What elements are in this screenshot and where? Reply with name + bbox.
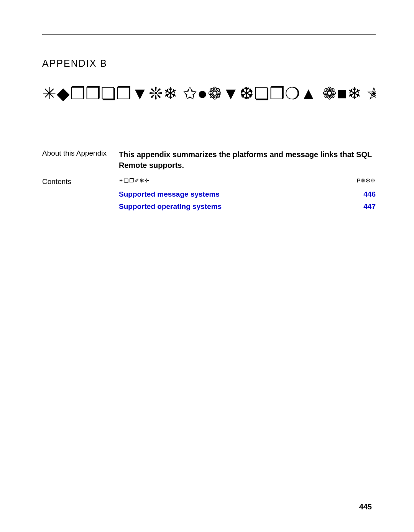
toc-header-title: ✴❏❐✐❃✛	[119, 177, 336, 186]
appendix-label: APPENDIX B	[42, 58, 376, 69]
toc-link[interactable]: Supported message systems	[119, 186, 336, 199]
about-text: This appendix summarizes the platforms a…	[119, 149, 376, 171]
contents-body: ✴❏❐✐❃✛ P❁❇❊ Supported message systems 44…	[119, 177, 376, 211]
page-container: APPENDIX B ✳◆❒❒❏❒▼❊❄ ✩●❁▼❆❏❒❍▲ ❁■❄ ✭❊▲▲❁…	[0, 0, 414, 237]
contents-label: Contents	[42, 177, 119, 186]
contents-row: Contents ✴❏❐✐❃✛ P❁❇❊ Supported message s…	[42, 177, 376, 211]
toc-link[interactable]: Supported operating systems	[119, 199, 336, 211]
about-label: About this Appendix	[42, 149, 119, 158]
toc-page-link[interactable]: 447	[336, 199, 376, 211]
about-row: About this Appendix This appendix summar…	[42, 149, 376, 171]
toc-table: ✴❏❐✐❃✛ P❁❇❊ Supported message systems 44…	[119, 177, 376, 211]
top-divider	[42, 34, 376, 35]
appendix-title: ✳◆❒❒❏❒▼❊❄ ✩●❁▼❆❏❒❍▲ ❁■❄ ✭❊▲▲❁❇	[42, 84, 376, 103]
toc-row: Supported message systems 446	[119, 186, 376, 199]
toc-header-page: P❁❇❊	[336, 177, 376, 186]
toc-row: Supported operating systems 447	[119, 199, 376, 211]
page-number: 445	[359, 502, 372, 511]
toc-page-link[interactable]: 446	[336, 186, 376, 199]
toc-header-row: ✴❏❐✐❃✛ P❁❇❊	[119, 177, 376, 186]
